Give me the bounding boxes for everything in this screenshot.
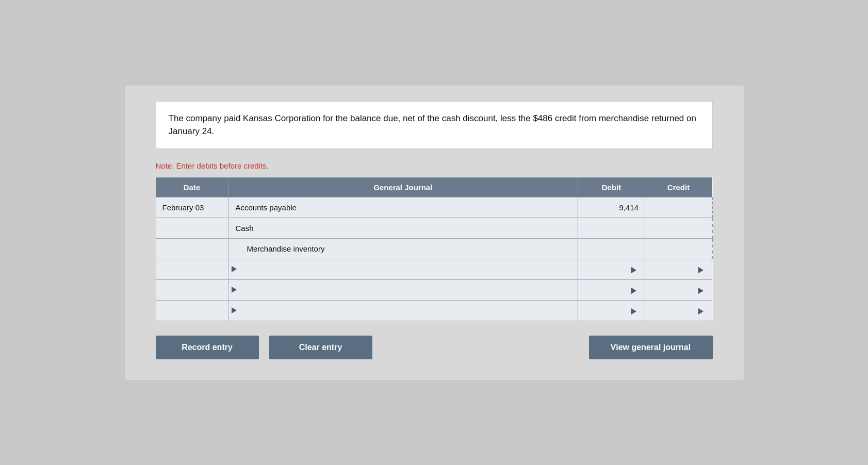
cell-date-2 (156, 218, 228, 238)
table-row: February 03 Accounts payable 9,414 (156, 197, 712, 218)
table-row: Cash (156, 218, 712, 238)
cell-credit-6[interactable] (645, 300, 712, 321)
col-header-debit: Debit (578, 177, 645, 197)
arrow-icon-5 (232, 287, 237, 293)
clear-entry-button[interactable]: Clear entry (269, 336, 372, 359)
arrow-icon-4 (232, 266, 237, 272)
cell-date-1: February 03 (156, 197, 228, 218)
buttons-row: Record entry Clear entry View general jo… (156, 336, 713, 359)
cell-date-4 (156, 259, 228, 279)
cell-credit-2[interactable] (645, 218, 712, 238)
arrow-icon-6 (232, 307, 237, 313)
view-general-journal-button[interactable]: View general journal (589, 336, 713, 359)
cell-debit-6[interactable] (578, 300, 645, 321)
cell-account-2[interactable]: Cash (228, 218, 578, 238)
cell-date-5 (156, 279, 228, 300)
cell-credit-1[interactable] (645, 197, 712, 218)
cell-debit-4[interactable] (578, 259, 645, 279)
cell-account-1[interactable]: Accounts payable (228, 197, 578, 218)
main-container: The company paid Kansas Corporation for … (125, 86, 744, 380)
cell-account-6[interactable] (228, 300, 578, 321)
cell-debit-1[interactable]: 9,414 (578, 197, 645, 218)
table-row (156, 259, 712, 279)
table-row (156, 279, 712, 300)
cell-account-3[interactable]: Merchandise inventory (228, 238, 578, 259)
arrow-icon-credit-6 (698, 308, 703, 314)
cell-debit-2[interactable] (578, 218, 645, 238)
description-text: The company paid Kansas Corporation for … (169, 113, 696, 137)
cell-debit-5[interactable] (578, 279, 645, 300)
cell-account-5[interactable] (228, 279, 578, 300)
arrow-icon-debit-6 (631, 308, 636, 314)
arrow-icon-debit-5 (631, 288, 636, 294)
cell-debit-3[interactable] (578, 238, 645, 259)
record-entry-button[interactable]: Record entry (156, 336, 259, 359)
journal-table: Date General Journal Debit Credit Februa… (156, 177, 713, 321)
cell-credit-5[interactable] (645, 279, 712, 300)
description-box: The company paid Kansas Corporation for … (156, 101, 713, 149)
cell-credit-3[interactable] (645, 238, 712, 259)
table-row: Merchandise inventory (156, 238, 712, 259)
arrow-icon-credit-4 (698, 267, 703, 273)
col-header-credit: Credit (645, 177, 712, 197)
note-text: Note: Enter debits before credits. (156, 161, 713, 170)
cell-account-4[interactable] (228, 259, 578, 279)
cell-date-3 (156, 238, 228, 259)
col-header-date: Date (156, 177, 228, 197)
arrow-icon-credit-5 (698, 288, 703, 294)
arrow-icon-debit-4 (631, 267, 636, 273)
col-header-journal: General Journal (228, 177, 578, 197)
cell-date-6 (156, 300, 228, 321)
table-row (156, 300, 712, 321)
cell-credit-4[interactable] (645, 259, 712, 279)
